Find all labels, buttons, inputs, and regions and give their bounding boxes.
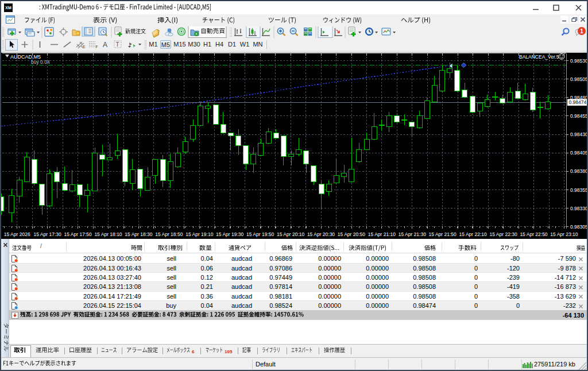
- svg-text:15 Apr 18:50: 15 Apr 18:50: [155, 231, 183, 237]
- svg-text:0.98505: 0.98505: [570, 76, 588, 82]
- svg-text:15 Apr 18:10: 15 Apr 18:10: [94, 231, 122, 237]
- svg-text:15 Apr 22:10: 15 Apr 22:10: [459, 231, 487, 237]
- svg-text:15 Apr 20:50: 15 Apr 20:50: [338, 231, 365, 237]
- svg-text:buy 0.04: buy 0.04: [31, 59, 50, 65]
- svg-text:15 Apr 17:30: 15 Apr 17:30: [33, 231, 61, 237]
- svg-text:15 Apr 17:50: 15 Apr 17:50: [64, 231, 91, 237]
- svg-text:0.98530: 0.98530: [570, 58, 588, 64]
- svg-text:15 Apr 19:10: 15 Apr 19:10: [185, 231, 213, 237]
- svg-text:0.98474: 0.98474: [569, 99, 587, 105]
- svg-text:A: A: [103, 41, 107, 49]
- svg-text:0.98305: 0.98305: [570, 224, 588, 230]
- svg-text:15 Apr 20:10: 15 Apr 20:10: [277, 231, 304, 237]
- svg-text:F: F: [96, 45, 98, 49]
- svg-text:15 Apr 18:30: 15 Apr 18:30: [125, 231, 152, 237]
- svg-text:15 Apr 23:10: 15 Apr 23:10: [550, 231, 578, 237]
- svg-text:0.98405: 0.98405: [570, 150, 588, 156]
- svg-text:15 Apr 21:10: 15 Apr 21:10: [368, 231, 396, 237]
- svg-text:15 Apr 19:30: 15 Apr 19:30: [216, 231, 243, 237]
- svg-text:AUDCAD,M5: AUDCAD,M5: [10, 54, 41, 60]
- svg-text:1: 1: [580, 28, 583, 34]
- svg-text:15 Apr 22:30: 15 Apr 22:30: [489, 231, 517, 237]
- svg-text:0.98430: 0.98430: [570, 132, 588, 137]
- svg-text:0.98455: 0.98455: [570, 113, 588, 119]
- svg-text:0.98380: 0.98380: [570, 168, 588, 174]
- svg-text:BALANCEA_Ver.5: BALANCEA_Ver.5: [519, 54, 559, 60]
- svg-text:15 Apr 21:50: 15 Apr 21:50: [429, 231, 457, 237]
- svg-text:15 Apr 20:30: 15 Apr 20:30: [307, 231, 335, 237]
- svg-text:15 Apr 2026: 15 Apr 2026: [4, 231, 30, 237]
- svg-text:15 Apr 22:50: 15 Apr 22:50: [520, 231, 547, 237]
- svg-text:15 Apr 21:30: 15 Apr 21:30: [399, 231, 426, 237]
- svg-text:15 Apr 19:50: 15 Apr 19:50: [246, 231, 274, 237]
- svg-text:E: E: [83, 45, 86, 49]
- svg-text:T: T: [116, 41, 119, 48]
- svg-text:0.98330: 0.98330: [570, 206, 588, 211]
- svg-text:0.98355: 0.98355: [570, 187, 588, 193]
